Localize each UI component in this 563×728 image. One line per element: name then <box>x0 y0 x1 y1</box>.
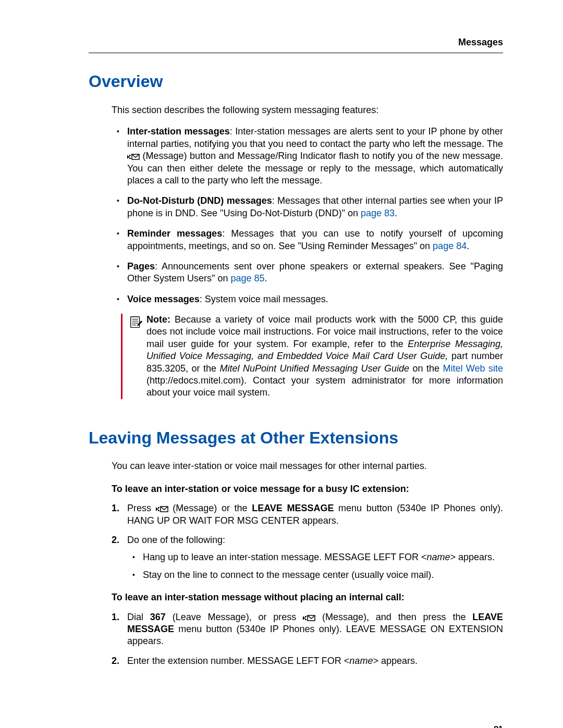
svg-rect-1 <box>131 317 140 328</box>
note-icon <box>128 314 146 399</box>
note-text: Note: Because a variety of voice mail pr… <box>146 314 503 399</box>
section-overview: Overview This section describes the foll… <box>89 71 503 399</box>
page-number: 81 <box>89 724 503 728</box>
link-mitel-site[interactable]: Mitel Web site <box>443 363 503 374</box>
header-section-label: Messages <box>458 37 503 47</box>
message-icon <box>127 152 140 161</box>
heading-overview: Overview <box>89 71 503 93</box>
link-page-83[interactable]: page 83 <box>361 208 395 218</box>
item-pages: Pages: Announcements sent over phone spe… <box>127 261 503 285</box>
proc1-title: To leave an inter-station or voice messa… <box>112 483 503 495</box>
proc2-step1: 1. Dial 367 (Leave Message), or press (M… <box>127 611 503 648</box>
heading-leaving: Leaving Messages at Other Extensions <box>89 427 503 449</box>
proc2-steps: 1. Dial 367 (Leave Message), or press (M… <box>127 611 503 668</box>
proc1-substeps: Hang up to leave an inter-station messag… <box>143 551 503 581</box>
overview-list: Inter-station messages: Inter-station me… <box>127 126 503 305</box>
note-box: Note: Because a variety of voice mail pr… <box>121 314 503 399</box>
item-reminder: Reminder messages: Messages that you can… <box>127 228 503 252</box>
proc1-step2: 2. Do one of the following: Hang up to l… <box>127 534 503 581</box>
proc1-sub1: Hang up to leave an inter-station messag… <box>143 551 503 563</box>
message-icon <box>156 504 168 513</box>
proc1-sub2: Stay on the line to connect to the messa… <box>143 569 503 581</box>
link-page-85[interactable]: page 85 <box>230 273 264 283</box>
proc1-steps: 1. Press (Message) or the LEAVE MESSAGE … <box>127 502 503 581</box>
item-voice: Voice messages: System voice mail messag… <box>127 293 503 305</box>
item-inter-station: Inter-station messages: Inter-station me… <box>127 126 503 187</box>
section-leaving: Leaving Messages at Other Extensions You… <box>89 427 503 667</box>
running-header: Messages <box>89 36 503 53</box>
proc2-title: To leave an inter-station message withou… <box>112 591 503 603</box>
proc2-step2: 2. Enter the extension number. MESSAGE L… <box>127 655 503 667</box>
message-icon <box>303 613 315 622</box>
proc1-step1: 1. Press (Message) or the LEAVE MESSAGE … <box>127 502 503 527</box>
item-dnd: Do-Not-Disturb (DND) messages: Messages … <box>127 195 503 219</box>
link-page-84[interactable]: page 84 <box>433 241 467 251</box>
leaving-intro: You can leave inter-station or voice mai… <box>112 460 503 472</box>
overview-intro: This section describes the following sys… <box>112 104 503 116</box>
